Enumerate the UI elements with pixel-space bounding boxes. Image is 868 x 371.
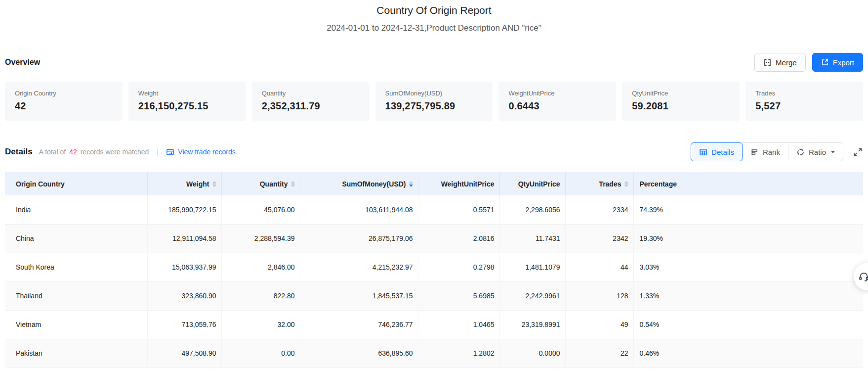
column-header-percentage: Percentage [633,172,863,195]
export-button[interactable]: Export [812,53,863,72]
table-cell: 0.5571 [418,195,499,224]
details-left: Details A total of 42 records were match… [5,147,236,157]
tab-ratio-label: Ratio [809,148,826,156]
table-row-china: China 12,911,094.58 2,288,594.39 26,875,… [5,224,863,253]
table-row-pakistan: Pakistan 497,508.90 0.00 636,895.60 1.28… [5,339,863,368]
table-cell: 323,860.90 [147,281,221,310]
view-trade-records-link[interactable]: View trade records [166,148,235,156]
tab-rank-label: Rank [763,148,780,156]
stat-value: 216,150,275.15 [138,100,236,112]
tab-rank[interactable]: Rank [742,143,788,161]
table-cell: 497,508.90 [147,339,221,368]
table-cell: 636,895.60 [300,339,418,368]
table-cell: 12,911,094.58 [147,224,221,253]
table-cell: 0.54% [633,310,863,339]
column-label: Percentage [640,180,677,188]
table-cell: 0.0000 [499,339,565,368]
stat-card-weight: Weight 216,150,275.15 [128,82,246,121]
merge-icon [763,58,772,67]
table-cell: 32.00 [221,310,300,339]
sort-carets-icon [291,181,295,187]
vertical-divider [157,148,158,156]
table-cell: 23,319.8991 [499,310,565,339]
details-table: Origin Country Weight Quantity SumOfMone… [5,172,863,368]
stat-label: Trades [755,90,853,97]
overview-toolbar: Overview Merge [5,53,863,72]
table-cell: India [5,195,147,224]
table-cell: 2.0816 [418,224,499,253]
table-cell: 4,215,232.97 [300,253,418,281]
column-header-trades[interactable]: Trades [565,172,633,195]
table-grid-icon [699,148,707,156]
tab-details-label: Details [711,148,734,156]
table-cell: Pakistan [5,339,147,368]
table-cell: 2,298.6056 [499,195,565,224]
column-label: Trades [599,180,621,188]
stat-card-sum-of-money: SumOfMoney(USD) 139,275,795.89 [375,82,493,121]
page-title: Country Of Origin Report [0,0,868,16]
table-cell: 1,481.1079 [499,253,565,281]
stat-card-quantity: Quantity 2,352,311.79 [252,82,370,121]
toolbar-buttons: Merge Export [754,53,863,72]
table-cell: 74.39% [633,195,863,224]
matched-suffix: records were matched [81,148,149,156]
sort-carets-icon [212,181,216,187]
stat-card-qty-unit-price: QtyUnitPrice 59.2081 [622,82,740,121]
fullscreen-button[interactable] [853,147,863,157]
table-header-row: Origin Country Weight Quantity SumOfMone… [5,172,863,195]
stat-label: Quantity [262,90,360,97]
table-cell: 11.7431 [499,224,565,253]
table-cell: 19.30% [633,224,863,253]
column-label: Weight [186,180,209,188]
matched-count: 42 [69,148,77,156]
table-cell: 2,242.9961 [499,281,565,310]
table-row-thailand: Thailand 323,860.90 822.80 1,845,537.15 … [5,281,863,310]
column-header-quantity[interactable]: Quantity [221,172,300,195]
column-label: WeightUnitPrice [441,180,495,188]
fullscreen-expand-icon [853,147,863,157]
stat-value: 139,275,795.89 [385,100,483,112]
rank-bars-icon [750,148,759,156]
table-cell: 45,076.00 [221,195,300,224]
column-label: Quantity [260,180,288,188]
table-cell: 1.0465 [418,310,499,339]
merge-button-label: Merge [776,58,797,67]
merge-button[interactable]: Merge [754,53,806,72]
table-cell: China [5,224,147,253]
stat-label: QtyUnitPrice [632,90,730,97]
column-header-sum-of-money[interactable]: SumOfMoney(USD) [300,172,418,195]
tab-ratio[interactable]: Ratio [788,143,843,161]
table-cell: 713,059.76 [147,310,221,339]
details-right: Details Rank [691,142,863,161]
chevron-down-icon [831,151,835,155]
table-cell: South Korea [5,253,147,281]
column-header-weight-unit-price: WeightUnitPrice [418,172,499,195]
table-cell: Vietnam [5,310,147,339]
table-cell: 44 [565,253,633,281]
matched-prefix: A total of [39,148,66,156]
table-cell: 3.03% [633,253,863,281]
table-cell: 49 [565,310,633,339]
stat-card-trades: Trades 5,527 [745,82,863,121]
table-cell: 5.6985 [418,281,499,310]
table-cell: 2342 [565,224,633,253]
column-header-weight[interactable]: Weight [147,172,221,195]
column-label: SumOfMoney(USD) [342,180,406,188]
table-row-south-korea: South Korea 15,063,937.99 2,846.00 4,215… [5,253,863,281]
view-trade-records-label: View trade records [178,148,235,156]
table-cell: Thailand [5,281,147,310]
stat-label: Origin Country [15,90,113,97]
table-cell: 103,611,944.08 [300,195,418,224]
country-of-origin-report-page: Country Of Origin Report 2024-01-01 to 2… [0,0,868,371]
overview-heading: Overview [5,58,40,67]
tab-details[interactable]: Details [691,142,743,161]
column-label: QtyUnitPrice [518,180,560,188]
ratio-donut-icon [796,148,805,156]
stat-value: 0.6443 [508,100,606,112]
export-icon [821,58,829,66]
stat-label: SumOfMoney(USD) [385,90,483,97]
table-cell: 0.00 [221,339,300,368]
report-filter-subtitle: 2024-01-01 to 2024-12-31,Product Descrip… [0,23,868,33]
stat-label: Weight [138,90,236,97]
table-cell: 2,288,594.39 [221,224,300,253]
